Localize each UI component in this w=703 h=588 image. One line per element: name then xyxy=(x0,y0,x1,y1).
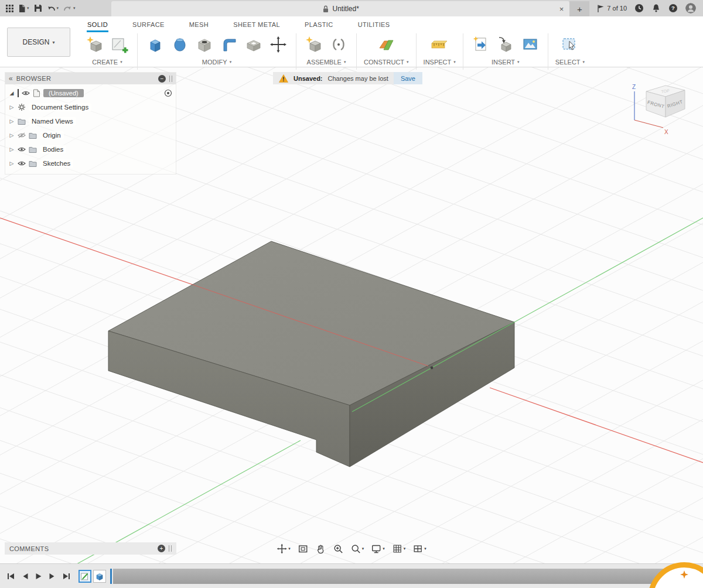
create-sketch-button[interactable] xyxy=(109,33,130,56)
extrude-button[interactable] xyxy=(145,33,166,56)
app-menu-button[interactable] xyxy=(6,5,13,12)
timeline-track[interactable] xyxy=(113,569,703,584)
new-component-button[interactable] xyxy=(303,33,325,56)
timeline-sketch-feature[interactable] xyxy=(79,570,91,583)
browser-root-row[interactable]: ◢ (Unsaved) xyxy=(5,86,176,100)
revolve-button[interactable] xyxy=(169,33,190,56)
expand-arrow[interactable]: ▷ xyxy=(9,104,15,110)
pan-button[interactable] xyxy=(315,543,326,554)
measure-button[interactable] xyxy=(429,33,450,56)
shell-button[interactable] xyxy=(243,33,264,56)
play-button[interactable] xyxy=(35,573,42,580)
tab-sheet-metal[interactable]: SHEET METAL xyxy=(233,19,281,32)
workspace-switcher[interactable]: DESIGN ▾ xyxy=(7,28,70,57)
insert-derive-button[interactable] xyxy=(470,33,492,56)
activate-component-radio[interactable] xyxy=(164,89,172,97)
expand-arrow[interactable]: ▷ xyxy=(9,118,15,124)
root-document-label[interactable]: (Unsaved) xyxy=(43,89,84,97)
tab-mesh[interactable]: MESH xyxy=(189,19,209,32)
redo-button[interactable]: ▾ xyxy=(63,5,76,12)
zoom-window-button[interactable]: ▾ xyxy=(350,543,364,554)
grid-snap-button[interactable]: ▾ xyxy=(392,543,406,554)
chevron-down-icon: ▾ xyxy=(383,546,385,551)
file-menu-button[interactable]: ▾ xyxy=(18,4,29,13)
collapse-tree-button[interactable]: − xyxy=(158,75,166,83)
fit-view-button[interactable] xyxy=(298,543,308,554)
select-dropdown[interactable]: SELECT▾ xyxy=(555,59,585,66)
help-button[interactable]: ? xyxy=(668,4,678,13)
construct-plane-icon xyxy=(377,36,395,53)
construct-dropdown[interactable]: CONSTRUCT▾ xyxy=(364,59,409,66)
hole-button[interactable] xyxy=(194,33,215,56)
document-tab[interactable]: Untitled* × xyxy=(111,1,569,16)
expand-arrow[interactable]: ▷ xyxy=(9,146,15,152)
collapse-panel-icon[interactable]: « xyxy=(9,75,13,82)
avatar[interactable] xyxy=(685,3,696,13)
insert-canvas-button[interactable] xyxy=(520,33,541,56)
panel-grip[interactable] xyxy=(169,545,172,552)
z-axis-label: Z xyxy=(632,84,636,90)
expand-arrow[interactable]: ▷ xyxy=(9,160,15,166)
browser-row-named-views[interactable]: ▷ Named Views xyxy=(5,114,176,128)
warning-label: Unsaved: xyxy=(294,75,323,82)
visibility-toggle[interactable] xyxy=(18,132,26,138)
warning-icon xyxy=(279,74,288,83)
undo-button[interactable]: ▾ xyxy=(47,5,59,12)
viewcube[interactable]: Z X TOP FRONT RIGHT xyxy=(627,81,694,139)
titlebar-left: ▾ ▾ ▾ xyxy=(0,0,111,16)
expand-arrow[interactable]: ▷ xyxy=(9,132,15,138)
move-button[interactable] xyxy=(268,33,289,56)
panel-grip[interactable] xyxy=(169,76,172,82)
browser-row-bodies[interactable]: ▷ Bodies xyxy=(5,142,176,156)
fillet-button[interactable] xyxy=(219,33,240,56)
joint-button[interactable] xyxy=(328,33,349,56)
insert-mesh-button[interactable] xyxy=(495,33,516,56)
timeline-extrude-feature[interactable] xyxy=(93,570,106,583)
skip-start-icon xyxy=(7,573,15,580)
select-button[interactable] xyxy=(559,33,581,56)
viewports-button[interactable]: ▾ xyxy=(412,543,426,554)
browser-row-origin[interactable]: ▷ Origin xyxy=(5,128,176,142)
recent-button[interactable] xyxy=(634,4,644,13)
go-to-start-button[interactable] xyxy=(7,573,15,580)
skip-end-icon xyxy=(62,573,70,580)
browser-row-document-settings[interactable]: ▷ Document Settings xyxy=(5,100,176,114)
browser-header[interactable]: « BROWSER − xyxy=(5,73,176,84)
zoom-in-out-button[interactable] xyxy=(333,543,343,554)
modify-dropdown[interactable]: MODIFY▾ xyxy=(202,59,231,66)
step-forward-button[interactable] xyxy=(49,573,56,580)
save-link[interactable]: Save xyxy=(394,72,422,84)
visibility-toggle[interactable] xyxy=(18,146,26,152)
add-comment-button[interactable]: + xyxy=(158,545,165,552)
notifications-button[interactable] xyxy=(651,4,661,13)
inspect-dropdown[interactable]: INSPECT▾ xyxy=(424,59,456,66)
visibility-toggle[interactable] xyxy=(18,160,26,166)
timeline-playhead[interactable] xyxy=(110,569,112,584)
construct-plane-button[interactable] xyxy=(376,33,397,56)
insert-canvas-icon xyxy=(521,36,539,53)
tab-surface[interactable]: SURFACE xyxy=(132,19,165,32)
tab-plastic[interactable]: PLASTIC xyxy=(304,19,334,32)
visibility-toggle[interactable] xyxy=(22,90,30,96)
create-dropdown[interactable]: CREATE▾ xyxy=(92,59,122,66)
job-status[interactable]: 7 of 10 xyxy=(596,4,627,13)
display-settings-button[interactable]: ▾ xyxy=(371,543,385,554)
browser-row-sketches[interactable]: ▷ Sketches xyxy=(5,156,176,170)
new-body-button[interactable] xyxy=(84,33,105,56)
insert-mesh-icon xyxy=(497,36,514,53)
new-tab-button[interactable]: + xyxy=(569,1,589,16)
assemble-dropdown[interactable]: ASSEMBLE▾ xyxy=(307,59,346,66)
step-back-button[interactable] xyxy=(22,573,29,580)
tab-solid[interactable]: SOLID xyxy=(87,19,108,32)
insert-dropdown[interactable]: INSERT▾ xyxy=(492,59,520,66)
go-to-end-button[interactable] xyxy=(62,573,70,580)
orbit-button[interactable]: ▾ xyxy=(277,543,291,554)
tab-utilities[interactable]: UTILITIES xyxy=(357,19,391,32)
solid-body[interactable] xyxy=(108,241,514,467)
close-tab-button[interactable]: × xyxy=(559,5,564,13)
save-button[interactable] xyxy=(34,4,42,12)
clock-icon xyxy=(634,4,644,13)
target-icon xyxy=(164,89,172,97)
root-expand-arrow[interactable]: ◢ xyxy=(9,90,15,96)
comments-panel[interactable]: COMMENTS + xyxy=(5,542,176,555)
